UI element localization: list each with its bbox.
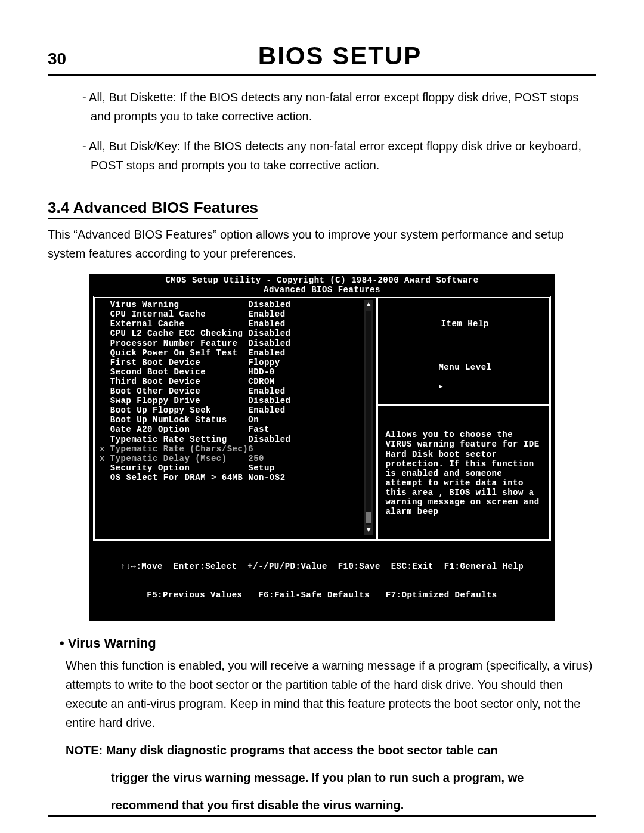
item-help-label: Item Help xyxy=(385,319,544,329)
menu-level-row: Menu Level ▸ xyxy=(378,352,549,406)
note-line3: recommend that you first disable the vir… xyxy=(111,795,596,815)
page: 30 BIOS SETUP - All, But Diskette: If th… xyxy=(0,0,644,833)
section-intro: This “Advanced BIOS Features” option all… xyxy=(48,225,596,263)
page-title: BIOS SETUP xyxy=(83,42,596,70)
bios-help-text: Allows you to choose the VIRUS warning f… xyxy=(385,425,544,516)
section-heading: 3.4 Advanced BIOS Features xyxy=(48,199,258,219)
bios-screenshot: CMOS Setup Utility - Copyright (C) 1984-… xyxy=(89,274,555,621)
footer-rule xyxy=(48,815,596,817)
intro-bullet-2-text: - All, But Disk/Key: If the BIOS detects… xyxy=(82,137,596,175)
scrollbar-thumb xyxy=(366,512,371,523)
bios-header-line1: CMOS Setup Utility - Copyright (C) 1984-… xyxy=(89,275,555,285)
note-line1: NOTE: Many disk diagnostic programs that… xyxy=(66,741,596,760)
bios-header-line2: Advanced BIOS Features xyxy=(89,285,555,295)
scroll-up-icon: ▲ xyxy=(367,301,371,309)
virus-warning-heading: • Virus Warning xyxy=(60,636,596,651)
intro-bullet-2: - All, But Disk/Key: If the BIOS detects… xyxy=(82,137,596,175)
scrollbar-track xyxy=(366,311,371,525)
bios-footer-line2: F5:Previous Values F6:Fail-Safe Defaults… xyxy=(89,590,555,600)
intro-bullet-1: - All, But Diskette: If the BIOS detects… xyxy=(82,88,596,126)
page-header: 30 BIOS SETUP xyxy=(48,42,596,76)
intro-bullet-1-text: - All, But Diskette: If the BIOS detects… xyxy=(82,88,596,126)
scroll-down-icon: ▼ xyxy=(367,527,371,535)
section-3-4: 3.4 Advanced BIOS Features This “Advance… xyxy=(48,185,596,263)
menu-level-arrow-icon: ▸ xyxy=(438,382,444,391)
bios-settings-list: Virus Warning Disabled CPU Internal Cach… xyxy=(100,300,362,535)
bios-scrollbar: ▲ ▼ xyxy=(364,300,373,535)
note-line2: trigger the virus warning message. If yo… xyxy=(111,768,596,787)
virus-warning-body: When this function is enabled, you will … xyxy=(66,656,596,732)
page-number: 30 xyxy=(48,49,83,69)
bios-footer-line1: ↑↓↔:Move Enter:Select +/-/PU/PD:Value F1… xyxy=(89,562,555,571)
menu-level-label: Menu Level xyxy=(438,363,491,372)
